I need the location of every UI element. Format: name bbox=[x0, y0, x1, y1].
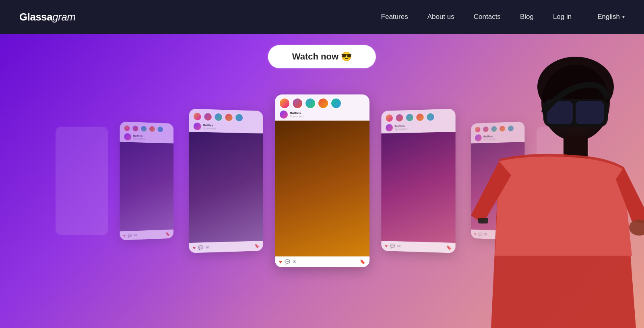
avatars-row bbox=[192, 112, 259, 123]
nav-login[interactable]: Log in bbox=[553, 13, 572, 20]
poster-sponsored: Sponsored bbox=[133, 137, 144, 140]
poster-info: Ruffles Sponsored bbox=[279, 111, 365, 119]
avatar bbox=[305, 98, 316, 109]
card-footer: ♥ 💬 ✉ 🔖 bbox=[120, 230, 173, 240]
avatar bbox=[214, 113, 223, 122]
avatar bbox=[395, 113, 404, 123]
poster-text: Ruffles Sponsored bbox=[203, 123, 216, 130]
logo[interactable]: Glassagram bbox=[19, 11, 76, 23]
card-header: Ruffles Sponsored bbox=[275, 94, 369, 121]
nav-blog[interactable]: Blog bbox=[520, 13, 534, 20]
card-image bbox=[189, 132, 263, 243]
avatar bbox=[385, 114, 394, 123]
card-footer: ♥ 💬 ✉ 🔖 bbox=[275, 256, 369, 267]
svg-point-3 bbox=[629, 219, 644, 236]
avatar bbox=[318, 98, 329, 109]
poster-text: Ruffles Sponsored bbox=[133, 134, 144, 140]
poster-info: Ruffles Sponsored bbox=[192, 123, 259, 132]
share-icon[interactable]: ✉ bbox=[292, 259, 296, 264]
avatar bbox=[279, 98, 290, 109]
poster-avatar bbox=[124, 133, 131, 140]
card-left-small: Ruffles Sponsored ♥ 💬 ✉ 🔖 bbox=[120, 121, 173, 240]
comment-icon[interactable]: 💬 bbox=[284, 259, 290, 264]
poster-text: Ruffles Sponsored bbox=[394, 124, 407, 130]
avatar bbox=[292, 98, 303, 109]
poster-avatar bbox=[386, 124, 393, 131]
vr-person-figure bbox=[419, 55, 644, 328]
share-icon[interactable]: ✉ bbox=[205, 245, 208, 250]
nav-features[interactable]: Features bbox=[381, 13, 408, 20]
avatar bbox=[235, 113, 244, 122]
watch-now-button[interactable]: Watch now 😎 bbox=[268, 45, 376, 68]
poster-sponsored: Sponsored bbox=[290, 115, 303, 118]
avatar bbox=[405, 113, 414, 122]
nav-about[interactable]: About us bbox=[427, 13, 454, 20]
svg-rect-7 bbox=[478, 218, 488, 223]
footer-icons: ♥ 💬 ✉ bbox=[279, 259, 296, 265]
avatar bbox=[192, 112, 202, 121]
poster-sponsored: Sponsored bbox=[394, 128, 407, 131]
share-icon[interactable]: ✉ bbox=[397, 244, 400, 249]
avatar bbox=[132, 125, 138, 132]
avatar bbox=[330, 98, 342, 109]
card-header: Ruffles Sponsored bbox=[120, 121, 173, 143]
poster-text: Ruffles Sponsored bbox=[290, 111, 303, 118]
avatars-row bbox=[123, 125, 170, 133]
card-center-main: Ruffles Sponsored ♥ 💬 ✉ 🔖 bbox=[275, 94, 369, 267]
card-left-medium: Ruffles Sponsored ♥ 💬 ✉ 🔖 bbox=[189, 109, 263, 253]
comment-icon[interactable]: 💬 bbox=[128, 234, 132, 237]
avatar bbox=[224, 113, 233, 122]
footer-icons: ♥ 💬 ✉ bbox=[192, 244, 208, 250]
poster-info: Ruffles Sponsored bbox=[123, 133, 170, 141]
card-header: Ruffles Sponsored bbox=[189, 109, 263, 133]
poster-sponsored: Sponsored bbox=[203, 127, 216, 130]
avatar bbox=[149, 125, 155, 133]
heart-icon[interactable]: ♥ bbox=[192, 245, 195, 250]
card-footer: ♥ 💬 ✉ 🔖 bbox=[189, 241, 263, 253]
bookmark-icon[interactable]: 🔖 bbox=[254, 244, 260, 248]
poster-avatar bbox=[280, 111, 288, 119]
language-label: English bbox=[597, 13, 620, 21]
share-icon[interactable]: ✉ bbox=[134, 233, 137, 238]
heart-icon[interactable]: ♥ bbox=[385, 243, 388, 249]
avatar bbox=[140, 125, 147, 132]
footer-icons: ♥ 💬 ✉ bbox=[385, 243, 400, 249]
comment-icon[interactable]: 💬 bbox=[390, 244, 395, 248]
avatars-row bbox=[279, 98, 365, 109]
card-far-left bbox=[56, 127, 108, 235]
poster-name: Ruffles bbox=[290, 111, 303, 115]
heart-icon[interactable]: ♥ bbox=[123, 234, 125, 238]
nav-contacts[interactable]: Contacts bbox=[474, 13, 501, 20]
card-image bbox=[275, 121, 369, 256]
heart-icon[interactable]: ♥ bbox=[279, 259, 282, 265]
bookmark-icon[interactable]: 🔖 bbox=[360, 259, 365, 264]
hero-section: Watch now 😎 Ruffles Sponsored bbox=[0, 34, 644, 328]
svg-rect-6 bbox=[576, 101, 604, 124]
navbar: Glassagram Features About us Contacts Bl… bbox=[0, 0, 644, 34]
chevron-down-icon: ▾ bbox=[622, 14, 625, 20]
avatar bbox=[123, 125, 130, 132]
poster-avatar bbox=[193, 123, 201, 130]
avatar bbox=[203, 112, 212, 121]
avatar bbox=[157, 126, 163, 133]
card-image bbox=[120, 142, 173, 231]
language-selector[interactable]: English ▾ bbox=[597, 13, 625, 21]
bookmark-icon[interactable]: 🔖 bbox=[165, 232, 170, 237]
footer-icons: ♥ 💬 ✉ bbox=[123, 233, 136, 238]
comment-icon[interactable]: 💬 bbox=[198, 245, 203, 250]
